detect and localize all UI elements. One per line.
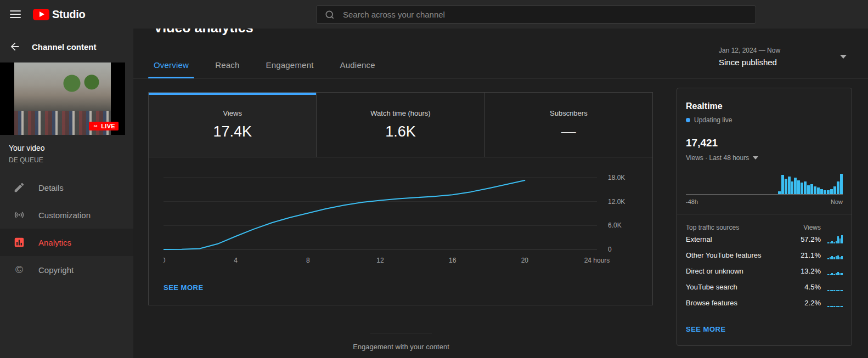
realtime-axis: -48h Now [686,198,843,205]
metric-tabs: Views 17.4K Watch time (hours) 1.6K Subs… [149,93,652,157]
thumbnail-trees-art [57,71,106,95]
axis-right-label: Now [831,198,843,205]
tab-overview[interactable]: Overview [154,60,189,78]
source-sparkline [827,283,843,291]
chevron-down-icon[interactable] [840,55,847,59]
traffic-sources-header: Top traffic sources Views [686,224,843,231]
sidebar-item-details[interactable]: Details [0,174,133,201]
video-thumbnail[interactable]: LIVE [0,62,125,135]
page-title: Video analytics [154,29,868,36]
source-views: 2.2% [794,299,821,307]
metric-label: Watch time (hours) [370,109,430,117]
source-sparkline [827,235,843,243]
bar-chart-icon [13,236,25,248]
analytics-card: Views 17.4K Watch time (hours) 1.6K Subs… [148,92,653,305]
tab-engagement[interactable]: Engagement [266,60,313,78]
metric-subscribers[interactable]: Subscribers — [485,93,652,157]
metric-value: 17.4K [213,123,252,140]
sidebar-item-customization[interactable]: Customization [0,201,133,229]
brand-text: Studio [52,8,85,21]
source-label: Other YouTube features [686,251,794,259]
next-section-preview: Engagement with your content [148,333,654,351]
realtime-views-dropdown[interactable]: Views · Last 48 hours [686,154,843,162]
realtime-status: Updating live [686,116,843,124]
broadcast-icon [92,123,99,129]
video-label: Your video [9,144,125,152]
top-bar: Studio [0,0,868,29]
realtime-title: Realtime [686,101,843,111]
traffic-source-row: Browse features 2.2% [686,295,843,311]
sidebar-item-analytics[interactable]: Analytics [0,229,133,256]
realtime-views-label: Views · Last 48 hours [686,154,749,162]
search-input[interactable] [342,9,748,20]
source-views: 4.5% [794,283,821,291]
source-label: Browse features [686,299,794,307]
svg-text:20: 20 [521,257,529,264]
traffic-source-row: YouTube search 4.5% [686,279,843,295]
live-dot-icon [686,118,690,122]
realtime-bar-chart [686,174,843,195]
svg-text:18.0K: 18.0K [608,174,625,181]
metric-value: — [561,123,576,140]
broadcast-icon [13,209,25,221]
back-arrow-icon[interactable] [9,41,21,53]
source-label: YouTube search [686,283,794,291]
youtube-play-icon [33,9,49,20]
date-range-text: Jan 12, 2024 — Now [719,47,780,54]
channel-search-bar [316,5,756,24]
sidebar-item-label: Analytics [38,238,71,247]
metric-views[interactable]: Views 17.4K [149,93,317,157]
source-sparkline [827,267,843,275]
traffic-source-row: External 57.2% [686,231,843,247]
svg-text:0: 0 [164,257,166,264]
date-mode-text: Since published [719,58,780,67]
chevron-down-icon [753,156,758,160]
sidebar-item-label: Copyright [38,265,74,275]
sidebar-section-title: Channel content [32,42,97,52]
svg-text:0: 0 [608,246,612,253]
realtime-card: Realtime Updating live 17,421 Views · La… [677,88,852,346]
source-sparkline [827,299,843,307]
views-header-label: Views [794,224,821,231]
search-icon [324,9,335,20]
svg-text:4: 4 [234,257,238,264]
sidebar: Channel content LIVE Your video DE QUEUE… [0,29,133,358]
sidebar-menu: Details Customization Analytics © Copyri… [0,174,133,283]
sidebar-header: Channel content [0,29,133,62]
date-range-picker[interactable]: Jan 12, 2024 — Now Since published [719,47,780,67]
source-label: Direct or unknown [686,267,794,275]
next-section-caption: Engagement with your content [148,343,654,351]
line-chart-svg: 06.0K12.0K18.0K04812162024 hours [164,168,642,268]
tab-audience[interactable]: Audience [340,60,375,78]
video-meta: Your video DE QUEUE [0,135,133,165]
hamburger-menu-icon[interactable] [10,8,21,20]
sidebar-item-copyright[interactable]: © Copyright [0,256,133,283]
realtime-see-more-link[interactable]: SEE MORE [686,325,726,333]
svg-text:16: 16 [449,257,456,264]
source-views: 13.2% [794,267,821,275]
section-divider [370,333,432,333]
video-title: DE QUEUE [9,156,125,164]
see-more-link[interactable]: SEE MORE [164,283,204,292]
metric-label: Subscribers [550,109,588,117]
metric-value: 1.6K [385,123,416,140]
metric-watch-time[interactable]: Watch time (hours) 1.6K [317,93,484,157]
live-badge-label: LIVE [101,123,115,129]
source-views: 57.2% [794,235,821,243]
tab-reach[interactable]: Reach [215,60,239,78]
axis-left-label: -48h [686,198,698,205]
copyright-icon: © [13,264,25,276]
views-line-chart: 06.0K12.0K18.0K04812162024 hours [149,157,652,270]
source-label: External [686,235,794,243]
svg-text:12.0K: 12.0K [608,198,625,206]
sources-header-label: Top traffic sources [686,224,794,231]
traffic-source-row: Other YouTube features 21.1% [686,247,843,263]
pencil-icon [13,181,25,194]
realtime-view-count: 17,421 [686,137,843,149]
traffic-source-row: Direct or unknown 13.2% [686,263,843,279]
youtube-studio-logo[interactable]: Studio [33,8,85,21]
source-sparkline [827,251,843,259]
sidebar-item-label: Details [38,183,64,192]
svg-text:12: 12 [376,257,384,264]
metric-label: Views [223,109,241,117]
